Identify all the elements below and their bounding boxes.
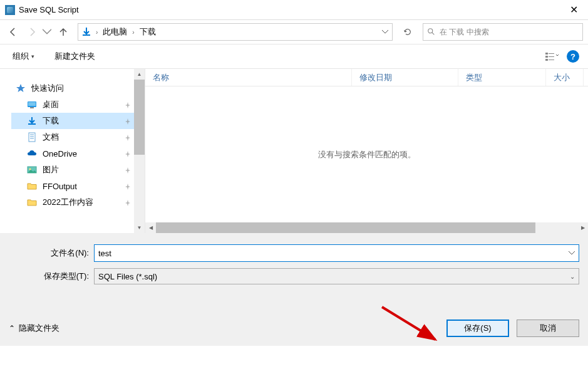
sidebar-item-folder[interactable]: 2022工作内容 xyxy=(11,194,145,210)
view-options-button[interactable] xyxy=(543,49,562,64)
sidebar-item-label: 下载 xyxy=(43,115,59,127)
filename-input[interactable] xyxy=(95,245,565,261)
chevron-down-icon xyxy=(382,30,388,34)
title-bar: Save SQL Script ✕ xyxy=(0,0,588,20)
svg-point-0 xyxy=(428,29,433,33)
pin-icon xyxy=(125,182,131,192)
pin-icon xyxy=(125,101,131,110)
chevron-right-icon: › xyxy=(131,29,135,36)
toolbar: 组织 新建文件夹 ? xyxy=(0,44,588,69)
close-button[interactable]: ✕ xyxy=(565,4,583,16)
pictures-icon xyxy=(26,164,38,175)
pin-icon xyxy=(125,166,131,175)
chevron-down-icon xyxy=(43,27,51,37)
column-header-row: 名称修改日期类型大小 xyxy=(145,69,588,86)
svg-rect-2 xyxy=(549,53,554,54)
quick-access-label: 快速访问 xyxy=(31,83,64,94)
breadcrumb[interactable]: › 此电脑 › 下载 xyxy=(78,23,393,41)
folder-icon xyxy=(26,197,38,208)
recent-dropdown[interactable] xyxy=(43,24,51,40)
sidebar-item-onedrive[interactable]: OneDrive xyxy=(11,145,145,162)
sidebar-item-desktop[interactable]: 桌面 xyxy=(11,96,145,113)
back-button[interactable] xyxy=(5,24,21,40)
arrow-up-icon xyxy=(58,27,68,37)
chevron-down-icon xyxy=(569,251,575,255)
app-icon xyxy=(5,5,15,15)
filetype-select[interactable]: SQL Files (*.sql) ⌄ xyxy=(94,268,579,284)
svg-rect-6 xyxy=(549,60,554,60)
scroll-down-button[interactable]: ▼ xyxy=(134,222,145,233)
sidebar: 快速访问 桌面下载文档OneDrive图片FFOutput2022工作内容 ▲ … xyxy=(0,69,145,233)
svg-rect-5 xyxy=(545,59,548,61)
document-icon xyxy=(26,132,38,143)
breadcrumb-segment[interactable]: 此电脑 xyxy=(99,26,131,38)
window-title: Save SQL Script xyxy=(19,5,565,14)
hide-folders-label: 隐藏文件夹 xyxy=(19,323,59,334)
arrow-right-icon xyxy=(27,27,37,37)
filename-dropdown[interactable] xyxy=(565,245,579,261)
list-view-icon xyxy=(545,52,559,61)
svg-rect-8 xyxy=(28,102,36,106)
breadcrumb-dropdown[interactable] xyxy=(378,30,392,34)
sidebar-item-document[interactable]: 文档 xyxy=(11,129,145,145)
svg-rect-3 xyxy=(545,56,548,58)
sidebar-item-label: 文档 xyxy=(43,132,59,143)
sidebar-item-download[interactable]: 下载 xyxy=(11,113,145,129)
sidebar-item-label: FFOutput xyxy=(43,182,77,191)
svg-rect-1 xyxy=(545,53,548,55)
scroll-left-button[interactable]: ◀ xyxy=(145,222,156,233)
sidebar-item-label: OneDrive xyxy=(43,149,77,159)
sidebar-item-label: 图片 xyxy=(43,164,59,175)
file-list-body: 没有与搜索条件匹配的项。 xyxy=(145,86,588,223)
desktop-icon xyxy=(26,99,38,110)
svg-rect-9 xyxy=(30,107,34,108)
column-header[interactable]: 类型 xyxy=(458,69,546,86)
scrollbar-thumb[interactable] xyxy=(156,222,535,233)
pin-icon xyxy=(125,117,131,127)
forward-button[interactable] xyxy=(24,24,40,40)
download-icon xyxy=(26,115,38,127)
up-button[interactable] xyxy=(55,24,71,40)
sidebar-item-pictures[interactable]: 图片 xyxy=(11,162,145,178)
pin-icon xyxy=(125,199,131,208)
scroll-right-button[interactable]: ▶ xyxy=(577,222,588,233)
organize-menu[interactable]: 组织 xyxy=(9,48,38,65)
pin-icon xyxy=(125,150,131,159)
column-header[interactable]: 修改日期 xyxy=(352,69,458,86)
sidebar-item-folder[interactable]: FFOutput xyxy=(11,178,145,194)
filename-label: 文件名(N): xyxy=(9,247,94,259)
column-header[interactable]: 大小 xyxy=(546,69,584,86)
svg-rect-10 xyxy=(29,133,35,142)
chevron-up-icon: ⌃ xyxy=(9,324,15,333)
save-button[interactable]: 保存(S) xyxy=(446,320,509,337)
nav-bar: › 此电脑 › 下载 在 下载 中搜索 xyxy=(0,20,588,44)
help-button[interactable]: ? xyxy=(567,50,579,63)
star-pin-icon xyxy=(15,83,26,94)
downloads-location-icon xyxy=(81,26,92,38)
arrow-left-icon xyxy=(8,27,18,37)
refresh-icon xyxy=(403,28,412,36)
new-folder-button[interactable]: 新建文件夹 xyxy=(51,48,99,65)
horizontal-scrollbar[interactable]: ◀ ▶ xyxy=(145,222,588,233)
filename-input-wrap xyxy=(94,244,579,262)
folder-icon xyxy=(26,180,38,192)
filetype-label: 保存类型(T): xyxy=(9,271,94,282)
search-icon xyxy=(427,28,436,36)
sidebar-item-label: 2022工作内容 xyxy=(43,197,93,208)
location-icon xyxy=(78,24,95,40)
scroll-up-button[interactable]: ▲ xyxy=(134,69,145,80)
column-header[interactable]: 名称 xyxy=(145,69,352,86)
svg-rect-4 xyxy=(549,56,554,57)
refresh-button[interactable] xyxy=(399,23,416,41)
search-input[interactable]: 在 下载 中搜索 xyxy=(423,23,583,41)
search-placeholder: 在 下载 中搜索 xyxy=(440,27,489,38)
sidebar-scrollbar[interactable]: ▲ ▼ xyxy=(134,69,145,233)
cancel-button[interactable]: 取消 xyxy=(517,320,579,337)
scrollbar-thumb[interactable] xyxy=(134,80,145,155)
pin-icon xyxy=(125,133,131,143)
hide-folders-toggle[interactable]: ⌃ 隐藏文件夹 xyxy=(9,323,59,334)
quick-access-section[interactable]: 快速访问 xyxy=(11,80,145,96)
onedrive-icon xyxy=(26,148,38,159)
breadcrumb-segment[interactable]: 下载 xyxy=(136,26,160,38)
bottom-pane: 文件名(N): 保存类型(T): SQL Files (*.sql) ⌄ ⌃ 隐… xyxy=(0,233,588,346)
